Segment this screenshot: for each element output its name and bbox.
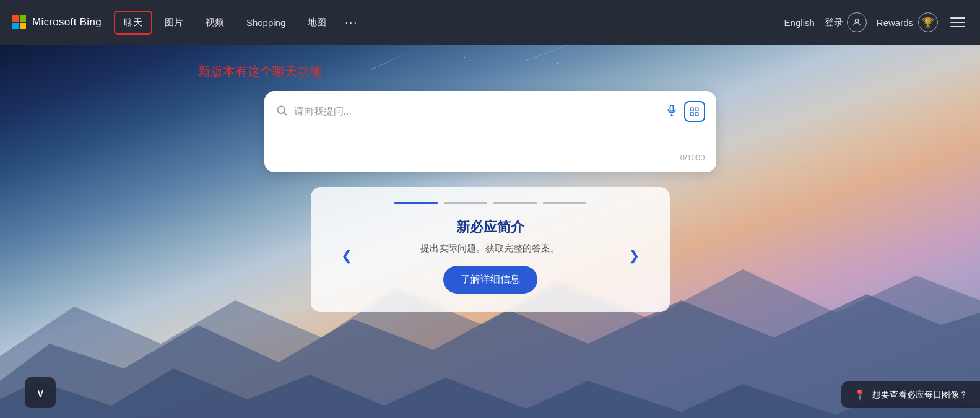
camera-search-icon[interactable]	[684, 101, 705, 122]
nav-more[interactable]: ···	[339, 11, 364, 34]
search-counter: 0/1000	[275, 153, 705, 162]
svg-point-3	[855, 19, 858, 22]
annotation-text: 新版本有这个聊天功能	[198, 63, 322, 80]
nav-video[interactable]: 视频	[196, 11, 234, 35]
carousel-next-button[interactable]: ❯	[623, 245, 645, 267]
language-switcher[interactable]: English	[784, 17, 815, 28]
daily-image-text: 想要查看必应每日图像？	[872, 390, 968, 401]
carousel-card: ❮ 新必应简介 提出实际问题。获取完整的答案。 了解详细信息 ❯	[311, 187, 670, 312]
carousel-indicators	[336, 202, 645, 204]
ms-logo-yellow	[20, 23, 26, 29]
microsoft-logo	[12, 15, 26, 29]
svg-rect-9	[690, 108, 693, 111]
carousel-prev-button[interactable]: ❮	[336, 245, 358, 267]
carousel-dot-4[interactable]	[543, 202, 586, 204]
search-input[interactable]	[294, 106, 659, 117]
carousel-subtitle: 提出实际问题。获取完整的答案。	[364, 243, 617, 255]
nav-maps[interactable]: 地图	[298, 11, 336, 35]
ms-logo-green	[20, 15, 26, 22]
nav-shopping[interactable]: Shopping	[236, 11, 295, 34]
daily-image-banner[interactable]: 📍 想要查看必应每日图像？	[841, 381, 980, 408]
logo-area[interactable]: Microsoft Bing	[12, 15, 102, 29]
svg-rect-10	[695, 108, 698, 111]
main-content: 新版本有这个聊天功能	[0, 45, 980, 312]
carousel-title: 新必应简介	[364, 218, 617, 237]
carousel-dot-1[interactable]	[394, 202, 438, 204]
nav-right: English 登录 Rewards 🏆	[784, 12, 968, 32]
carousel-learn-more-button[interactable]: 了解详细信息	[443, 266, 537, 294]
scroll-down-button[interactable]: ∨	[25, 377, 56, 408]
navbar: Microsoft Bing 聊天 图片 视频 Shopping 地图 ··· …	[0, 0, 980, 45]
svg-point-4	[277, 106, 285, 113]
search-magnifier-icon	[275, 104, 288, 120]
svg-rect-12	[695, 112, 698, 115]
search-top	[275, 101, 705, 122]
user-avatar-icon	[847, 12, 867, 32]
nav-chat[interactable]: 聊天	[114, 11, 152, 35]
carousel-inner: ❮ 新必应简介 提出实际问题。获取完整的答案。 了解详细信息 ❯	[336, 218, 645, 294]
nav-images[interactable]: 图片	[155, 11, 193, 35]
login-label: 登录	[825, 17, 843, 28]
carousel-content: 新必应简介 提出实际问题。获取完整的答案。 了解详细信息	[364, 218, 617, 294]
login-button[interactable]: 登录	[825, 12, 867, 32]
nav-items: 聊天 图片 视频 Shopping 地图 ···	[114, 11, 784, 35]
rewards-trophy-icon: 🏆	[918, 12, 938, 32]
svg-rect-6	[670, 105, 673, 111]
location-icon: 📍	[854, 389, 866, 401]
carousel-dot-2[interactable]	[444, 202, 487, 204]
hamburger-menu-icon[interactable]	[948, 12, 968, 32]
svg-rect-11	[690, 112, 693, 115]
ms-logo-red	[12, 15, 19, 22]
svg-line-5	[284, 112, 287, 115]
rewards-label: Rewards	[877, 17, 913, 28]
ms-logo-blue	[12, 23, 19, 29]
search-container: 0/1000	[264, 91, 716, 172]
carousel-dot-3[interactable]	[493, 202, 537, 204]
rewards-button[interactable]: Rewards 🏆	[877, 12, 938, 32]
brand-name: Microsoft Bing	[32, 16, 102, 28]
microphone-icon[interactable]	[666, 104, 678, 120]
